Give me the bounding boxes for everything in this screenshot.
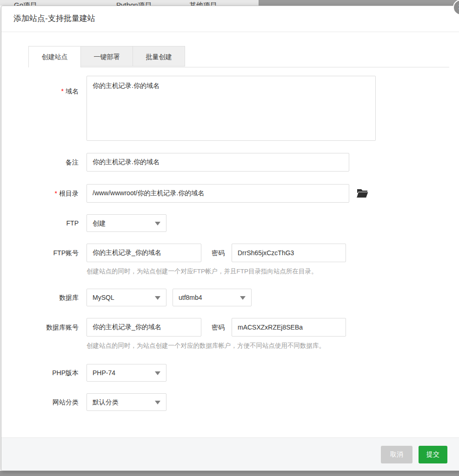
db-account-input[interactable] <box>86 318 201 337</box>
note-input[interactable] <box>86 153 349 172</box>
page: Go项目 Python项目 其他项目 添加站点-支持批量建站 ✕ 创建站点 一键… <box>0 0 459 476</box>
tab-one-click-deploy[interactable]: 一键部署 <box>80 46 133 66</box>
modal-title: 添加站点-支持批量建站 <box>13 6 95 31</box>
ftp-select-value: 创建 <box>93 219 106 227</box>
php-version-select[interactable]: PHP-74 <box>86 364 166 382</box>
ftp-password-input[interactable] <box>232 244 346 262</box>
bg-tab-python: Python项目 <box>116 1 152 6</box>
modal-header: 添加站点-支持批量建站 <box>1 6 459 32</box>
bg-tab-other: 其他项目 <box>189 1 217 6</box>
row-ftp: FTP 创建 <box>1 214 459 232</box>
submit-button[interactable]: 提交 <box>419 446 447 463</box>
required-mark: * <box>61 87 64 95</box>
db-password-label: 密码 <box>212 318 225 337</box>
root-path-input[interactable] <box>86 184 349 203</box>
database-label: 数据库 <box>1 289 79 306</box>
row-site-category: 网站分类 默认分类 <box>1 393 459 411</box>
folder-open-icon[interactable] <box>356 187 369 199</box>
row-root-path: *根目录 <box>1 184 459 203</box>
chevron-down-icon <box>155 371 160 375</box>
site-category-select[interactable]: 默认分类 <box>86 393 166 411</box>
chevron-down-icon <box>155 296 160 300</box>
database-charset-select[interactable]: utf8mb4 <box>173 289 252 306</box>
domain-label: *域名 <box>1 82 79 100</box>
root-path-label-text: 根目录 <box>59 190 79 197</box>
row-db-account: 数据库账号 密码 <box>1 318 459 337</box>
database-charset-value: utf8mb4 <box>179 294 202 301</box>
row-php-version: PHP版本 PHP-74 <box>1 364 459 382</box>
ftp-account-label: FTP账号 <box>1 244 79 262</box>
php-version-label: PHP版本 <box>1 364 79 382</box>
db-account-label: 数据库账号 <box>1 318 79 337</box>
db-help-text: 创建站点的同时，为站点创建一个对应的数据库帐户，方便不同站点使用不同数据库。 <box>86 341 325 350</box>
ftp-select[interactable]: 创建 <box>86 214 166 232</box>
database-type-select[interactable]: MySQL <box>86 289 166 306</box>
tab-batch-create[interactable]: 批量创建 <box>133 46 185 66</box>
domain-textarea[interactable]: 你的主机记录.你的域名 <box>86 76 376 141</box>
domain-label-text: 域名 <box>66 87 79 95</box>
chevron-down-icon <box>240 296 246 300</box>
cancel-button[interactable]: 取消 <box>381 446 412 463</box>
ftp-label: FTP <box>1 214 79 232</box>
bg-tab-go: Go项目 <box>14 1 37 6</box>
root-path-label: *根目录 <box>1 184 79 203</box>
chevron-down-icon <box>155 401 160 404</box>
note-label: 备注 <box>1 153 79 172</box>
required-mark: * <box>55 190 57 197</box>
tab-create-site[interactable]: 创建站点 <box>28 46 81 67</box>
modal-footer: 取消 提交 <box>1 437 459 470</box>
row-database: 数据库 MySQL utf8mb4 <box>1 289 459 306</box>
row-ftp-account: FTP账号 密码 <box>1 244 459 262</box>
row-domain: *域名 你的主机记录.你的域名 <box>1 76 459 141</box>
backdrop-tabbar: Go项目 Python项目 其他项目 <box>0 0 259 6</box>
site-category-label: 网站分类 <box>1 393 79 411</box>
chevron-down-icon <box>155 222 160 225</box>
modal-tabbar: 创建站点 一键部署 批量创建 <box>28 46 449 67</box>
site-category-value: 默认分类 <box>93 398 119 406</box>
backdrop-bottom-strip <box>0 471 459 476</box>
add-site-modal: 添加站点-支持批量建站 ✕ 创建站点 一键部署 批量创建 *域名 你的主机记录.… <box>1 6 459 471</box>
db-password-input[interactable] <box>232 318 346 337</box>
ftp-password-label: 密码 <box>212 244 225 262</box>
database-type-value: MySQL <box>93 294 114 301</box>
row-note: 备注 <box>1 153 459 172</box>
ftp-account-input[interactable] <box>86 244 201 262</box>
php-version-value: PHP-74 <box>93 369 115 377</box>
ftp-help-text: 创建站点的同时，为站点创建一个对应FTP帐户，并且FTP目录指向站点所在目录。 <box>86 267 318 276</box>
